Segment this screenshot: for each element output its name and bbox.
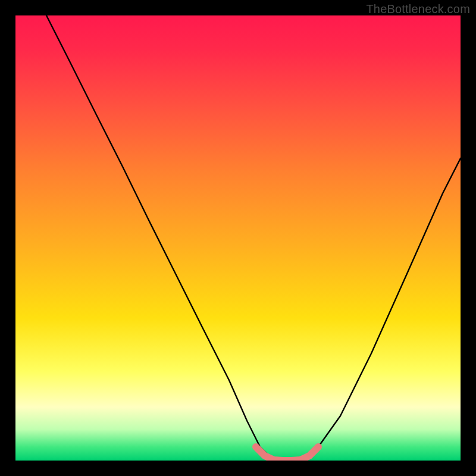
valley-highlight [256, 447, 318, 461]
bottleneck-curve [46, 15, 461, 461]
curve-layer [15, 15, 461, 461]
plot-area [15, 15, 461, 461]
chart-frame: TheBottleneck.com [0, 0, 476, 476]
watermark-text: TheBottleneck.com [366, 2, 470, 16]
